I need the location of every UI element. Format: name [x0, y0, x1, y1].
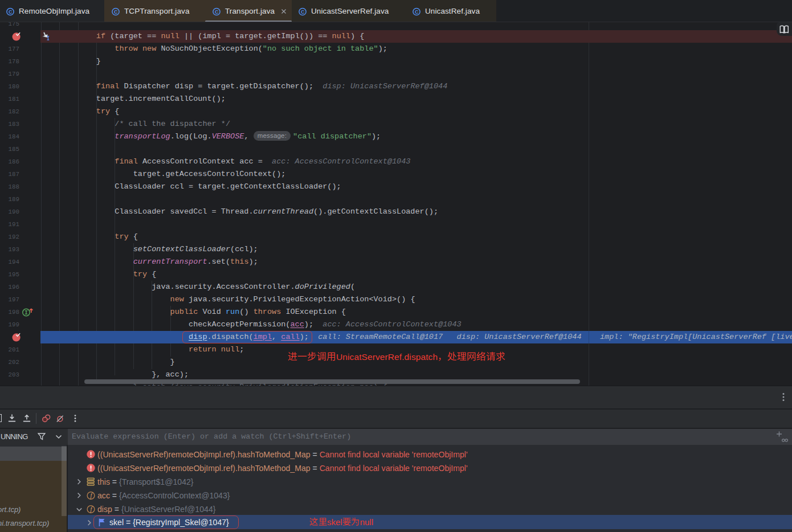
svg-text:C: C	[215, 9, 219, 14]
svg-text:C: C	[301, 9, 305, 14]
svg-text:C: C	[415, 9, 419, 14]
svg-text:C: C	[9, 9, 13, 14]
svg-text:C: C	[114, 9, 118, 14]
